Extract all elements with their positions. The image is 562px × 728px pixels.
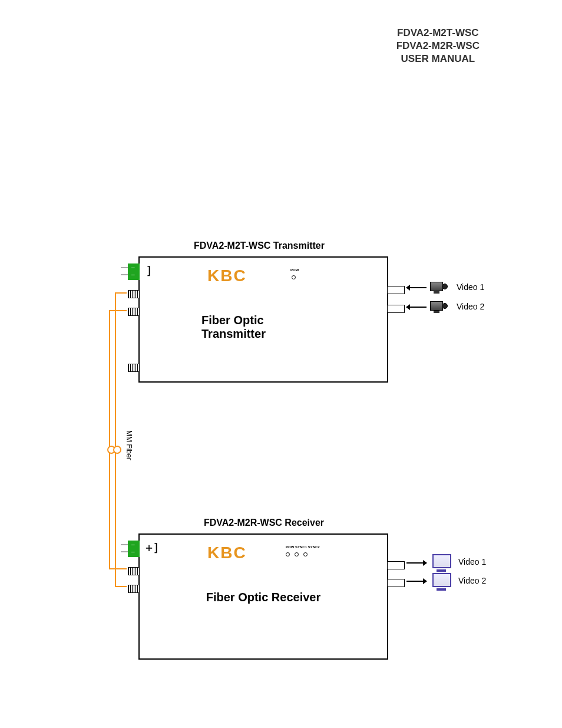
rx-led-row <box>286 552 308 556</box>
video-port-icon <box>387 305 405 313</box>
fiber-line <box>109 310 127 311</box>
kbc-logo: KBC <box>207 266 247 285</box>
arrow-right-icon <box>406 562 427 564</box>
transmitter-box: KBC Fiber Optic Transmitter POW – – ] <box>138 256 388 383</box>
fiber-connector-icon <box>128 364 140 372</box>
arrow-left-icon <box>406 307 427 308</box>
receiver-box: KBC Fiber Optic Receiver POW SYNC1 SYNC2… <box>138 533 388 660</box>
camera-icon <box>430 300 449 313</box>
bnc-connector-icon <box>128 567 140 575</box>
mm-fiber-label: MM Fiber <box>125 430 133 460</box>
rx-video2-label: Video 2 <box>458 576 486 585</box>
tx-video1-label: Video 1 <box>457 282 484 292</box>
fiber-line <box>115 292 127 294</box>
camera-icon <box>430 281 449 294</box>
arrow-left-icon <box>406 287 427 288</box>
header-line-1: FDVA2-M2T-WSC <box>396 27 480 39</box>
led-icon <box>303 552 308 556</box>
header-line-2: FDVA2-M2R-WSC <box>396 39 480 52</box>
bracket-icon: +] <box>146 541 160 555</box>
fiber-node-icon <box>113 446 121 454</box>
led-icon <box>286 552 290 556</box>
tx-video2-label: Video 2 <box>457 302 484 311</box>
receiver-label: Fiber Optic Receiver <box>206 591 321 604</box>
document-header: FDVA2-M2T-WSC FDVA2-M2R-WSC USER MANUAL <box>396 27 480 65</box>
receiver-title: FDVA2-M2R-WSC Receiver <box>187 518 340 528</box>
transmitter-title: FDVA2-M2T-WSC Transmitter <box>183 241 336 251</box>
arrow-right-icon <box>406 581 427 582</box>
monitor-icon <box>431 554 451 572</box>
kbc-logo: KBC <box>207 543 247 562</box>
power-terminal-icon: – – <box>128 541 140 557</box>
video-port-icon <box>387 561 405 569</box>
system-diagram: FDVA2-M2T-WSC Transmitter KBC Fiber Opti… <box>0 236 562 707</box>
fiber-line <box>109 568 127 569</box>
bracket-icon: ] <box>146 263 153 278</box>
video-port-icon <box>387 286 405 294</box>
header-line-3: USER MANUAL <box>396 52 480 65</box>
monitor-icon <box>431 573 451 591</box>
led-icon <box>295 552 299 556</box>
tx-pow-led <box>292 275 296 279</box>
tx-pow-label: POW <box>290 268 299 272</box>
bnc-connector-icon <box>128 308 140 316</box>
fiber-line <box>115 586 127 587</box>
bnc-connector-icon <box>128 290 140 298</box>
rx-leds-label: POW SYNC1 SYNC2 <box>286 545 320 549</box>
rx-video1-label: Video 1 <box>458 557 486 566</box>
video-port-icon <box>387 579 405 587</box>
bnc-connector-icon <box>128 585 140 593</box>
fiber-line <box>109 310 110 569</box>
power-terminal-icon: – – <box>128 263 140 280</box>
fiber-line <box>115 292 116 587</box>
transmitter-label: Fiber Optic Transmitter <box>201 314 325 341</box>
